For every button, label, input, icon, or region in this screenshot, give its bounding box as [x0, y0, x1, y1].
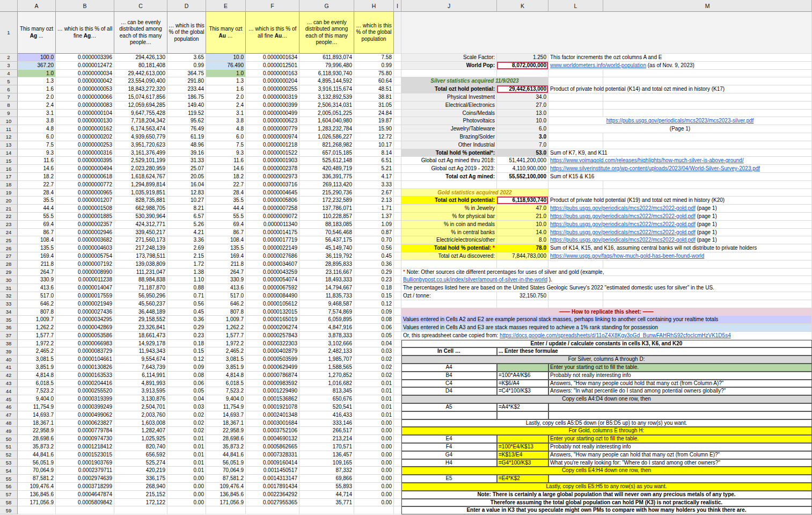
cell-H19[interactable]: 2.67 — [354, 189, 394, 197]
cell-B2[interactable]: 0.0000003396 — [56, 54, 114, 62]
cell-E9[interactable]: 3.1 — [206, 110, 246, 118]
cell-B51[interactable]: 0.0001218412 — [56, 443, 114, 451]
cell-K26[interactable]: 78.0 — [497, 244, 548, 252]
cell-H37[interactable]: 0.05 — [354, 332, 394, 340]
cell-F22[interactable]: 0.0000009072 — [246, 213, 299, 221]
col-header-G[interactable]: G — [299, 0, 354, 12]
cell-F45[interactable]: 0.0001536862 — [246, 395, 299, 403]
cell-E22[interactable]: 55.5 — [206, 213, 246, 221]
cell-H13[interactable]: 10.17 — [354, 141, 394, 149]
cell-B3[interactable]: 0.0000012472 — [56, 62, 114, 70]
cell-F28[interactable]: 0.0000034607 — [246, 260, 299, 269]
cell-C14[interactable]: 3,161,376,499 — [114, 149, 167, 157]
cell-D52[interactable]: 0.01 — [167, 451, 206, 459]
cell-H52[interactable]: 0.00 — [354, 451, 394, 459]
cell-G19[interactable]: 215,290,736 — [299, 189, 354, 197]
cell-I12[interactable] — [394, 133, 401, 141]
cell-B58[interactable]: 0.0005809842 — [56, 499, 114, 507]
cell-D34[interactable]: 0.45 — [167, 308, 206, 316]
cell-B19[interactable]: 0.0000000965 — [56, 189, 114, 197]
cell-D46[interactable]: 0.03 — [167, 403, 206, 411]
cell-K11[interactable]: 6.0 — [497, 125, 548, 133]
cell-B45[interactable]: 0.0000319399 — [56, 395, 114, 403]
cell-J46[interactable]: A5 — [401, 403, 497, 411]
col-header-E[interactable]: E — [206, 0, 246, 12]
cell-B49[interactable]: 0.0000779784 — [56, 427, 114, 435]
row-header-25[interactable]: 25 — [0, 236, 18, 244]
cell-H12[interactable]: 12.72 — [354, 133, 394, 141]
cell-F48[interactable]: 0.0003001684 — [246, 419, 299, 427]
cell-D57[interactable]: 0.00 — [167, 491, 206, 499]
row-header-49[interactable]: 49 — [0, 427, 18, 435]
cell-J3[interactable]: World Pop: — [401, 62, 497, 70]
cell-I21[interactable] — [394, 205, 401, 213]
cell-I2[interactable] — [394, 54, 401, 62]
cell-C23[interactable]: 424,312,771 — [114, 221, 167, 229]
cell-F32[interactable]: 0.0000084490 — [246, 292, 299, 300]
cell-H23[interactable]: 1.09 — [354, 221, 394, 229]
cell-A19[interactable]: 28.4 — [18, 189, 56, 197]
cell-G12[interactable]: 1,026,586,227 — [299, 133, 354, 141]
cell-B6[interactable]: 0.0000000053 — [56, 85, 114, 93]
cell-D38[interactable]: 0.18 — [167, 340, 206, 348]
row-header-55[interactable]: 55 — [0, 475, 18, 483]
cell-E26[interactable]: 135.5 — [206, 244, 246, 252]
cell-J43[interactable]: C4 — [401, 380, 497, 388]
cell-E31[interactable]: 413.6 — [206, 284, 246, 292]
cell-B22[interactable]: 0.0000001885 — [56, 213, 114, 221]
cell-L16[interactable]: https://www.silverinstitute.org/wp-conte… — [548, 165, 812, 173]
cell-E32[interactable]: 517.0 — [206, 292, 246, 300]
cell-B38[interactable]: 0.0000066983 — [56, 340, 114, 348]
cell-A9[interactable]: 3.1 — [18, 110, 56, 118]
cell-C40[interactable]: 9,554,674 — [114, 356, 167, 364]
cell-I23[interactable] — [394, 221, 401, 229]
cell-K39[interactable]: ... Enter these formulae — [497, 347, 812, 356]
cell-A5[interactable]: 1.3 — [18, 77, 56, 85]
cell-H5[interactable]: 60.64 — [354, 77, 394, 85]
cell-J16[interactable]: Global ozt Ag 2019 - 2023: — [401, 165, 497, 173]
cell-L27[interactable]: https://www.usgs.gov/faqs/how-much-gold-… — [548, 252, 812, 260]
cell-D56[interactable]: 0.00 — [167, 483, 206, 491]
cell-D50[interactable]: 0.01 — [167, 435, 206, 443]
row-header-50[interactable]: 50 — [0, 435, 18, 443]
row-header-21[interactable]: 21 — [0, 205, 18, 213]
cell-I16[interactable] — [394, 165, 401, 173]
cell-I4[interactable] — [394, 70, 401, 78]
cell-I52[interactable] — [394, 451, 401, 459]
cell-D45[interactable]: 0.04 — [167, 395, 206, 403]
cell-A10[interactable]: 3.8 — [18, 117, 56, 125]
cell-J29[interactable]: * Note: Other sources cite different per… — [401, 269, 812, 277]
row-header-36[interactable]: 36 — [0, 324, 18, 332]
cell-B47[interactable]: 0.0000499062 — [56, 411, 114, 419]
cell-C8[interactable]: 12,059,694,285 — [114, 101, 167, 110]
cell-H20[interactable]: 2.13 — [354, 197, 394, 205]
cell-J12[interactable]: Brazing/Solder — [401, 133, 497, 141]
cell-F17[interactable]: 0.0000002973 — [246, 173, 299, 181]
cell-I5[interactable] — [394, 77, 401, 85]
hyperlink[interactable]: https://www.silverinstitute.org/wp-conte… — [550, 165, 760, 171]
select-all-corner[interactable] — [0, 0, 18, 12]
cell-E43[interactable]: 6,018.5 — [206, 380, 246, 388]
row-header-9[interactable]: 9 — [0, 110, 18, 118]
cell-L55[interactable] — [548, 475, 812, 483]
row-header-4[interactable]: 4 — [0, 70, 18, 78]
cell-C46[interactable]: 2,504,701 — [114, 403, 167, 411]
cell-J38[interactable]: Enter / update / calculate constants in … — [401, 340, 812, 348]
cell-L41[interactable]: Enter your starting ozt to fill the tabl… — [548, 364, 812, 372]
cell-A45[interactable]: 9,404.0 — [18, 395, 56, 403]
cell-H33[interactable]: 0.12 — [354, 300, 394, 308]
cell-A52[interactable]: 44,841.6 — [18, 451, 56, 459]
cell-C20[interactable]: 828,735,881 — [114, 197, 167, 205]
cell-E17[interactable]: 18.2 — [206, 173, 246, 181]
cell-H14[interactable]: 8.14 — [354, 149, 394, 157]
cell-E23[interactable]: 69.4 — [206, 221, 246, 229]
row-header-30[interactable]: 30 — [0, 276, 18, 284]
cell-H3[interactable]: 0.99 — [354, 62, 394, 70]
cell-E40[interactable]: 3,081.5 — [206, 356, 246, 364]
cell-K44[interactable]: =C4*100/K$3 — [497, 387, 548, 395]
cell-F3[interactable]: 0.0000012501 — [246, 62, 299, 70]
cell-C34[interactable]: 36,448,189 — [114, 308, 167, 316]
cell-C45[interactable]: 3,130,876 — [114, 395, 167, 403]
cell-E39[interactable]: 2,465.2 — [206, 347, 246, 356]
cell-H54[interactable]: 0.00 — [354, 467, 394, 475]
